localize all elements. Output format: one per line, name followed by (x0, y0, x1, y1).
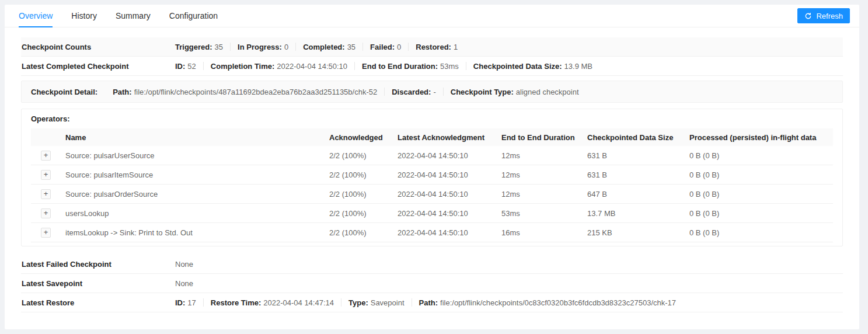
refresh-label: Refresh (816, 12, 843, 20)
column-header-inflight: Processed (persisted) in-flight data (685, 133, 833, 142)
column-header-latest-acknowledgment: Latest Acknowledgment (393, 133, 497, 142)
stat-completed: Completed:35 (303, 43, 355, 51)
cell-data-size: 215 KB (583, 228, 685, 237)
divider (443, 88, 444, 96)
cell-inflight: 0 B (0 B) (685, 171, 833, 179)
expand-row-icon[interactable]: + (41, 151, 51, 161)
table-row: + Source: pulsarItemSource 2/2 (100%) 20… (31, 165, 833, 185)
operator-name: Source: pulsarUserSource (61, 151, 325, 160)
cell-latest-ack: 2022-04-04 14:50:10 (393, 228, 497, 237)
stat-e2e-duration: End to End Duration:53ms (362, 62, 459, 71)
stat-data-size: Checkpointed Data Size:13.9 MB (473, 62, 592, 71)
restore-path: Path:file:/opt/flink/checkpoints/0c83cf0… (419, 298, 677, 307)
stat-triggered: Triggered:35 (175, 43, 223, 51)
cell-inflight: 0 B (0 B) (685, 151, 833, 160)
column-header-name: Name (61, 133, 325, 142)
divider (362, 43, 363, 51)
row-label: Latest Restore (21, 298, 175, 307)
restore-type: Type:Savepoint (348, 298, 405, 307)
tab-bar: Overview History Summary Configuration R… (5, 5, 859, 27)
cell-latest-ack: 2022-04-04 14:50:10 (393, 209, 497, 218)
row-label: Latest Failed Checkpoint (21, 260, 175, 269)
operator-name: Source: pulsarOrderSource (61, 190, 325, 199)
tab-overview[interactable]: Overview (19, 5, 53, 27)
cell-data-size: 13.7 MB (583, 209, 685, 218)
checkpoint-detail-label: Checkpoint Detail: (31, 88, 97, 96)
operator-name: Source: pulsarItemSource (61, 171, 325, 179)
divider (384, 88, 385, 96)
cell-data-size: 631 B (583, 151, 685, 160)
stat-restored: Restored:1 (416, 43, 458, 51)
cell-e2e-duration: 12ms (497, 190, 583, 199)
sync-icon (804, 12, 812, 20)
expand-row-icon[interactable]: + (41, 208, 51, 218)
expand-row-icon[interactable]: + (41, 170, 51, 180)
restore-time: Restore Time:2022-04-04 14:47:14 (211, 298, 334, 307)
tab-configuration[interactable]: Configuration (169, 5, 218, 27)
cell-data-size: 647 B (583, 190, 685, 199)
overview-content: Checkpoint Counts Triggered:35 In Progre… (5, 27, 859, 312)
cell-e2e-duration: 12ms (497, 151, 583, 160)
cell-latest-ack: 2022-04-04 14:50:10 (393, 190, 497, 199)
stat-completion-time: Completion Time:2022-04-04 14:50:10 (211, 62, 347, 71)
cell-e2e-duration: 16ms (497, 228, 583, 237)
divider (341, 298, 341, 307)
row-checkpoint-counts: Checkpoint Counts Triggered:35 In Progre… (21, 37, 843, 57)
cell-acknowledged: 2/2 (100%) (325, 171, 393, 179)
operators-table-header: Name Acknowledged Latest Acknowledgment … (31, 128, 833, 146)
cell-latest-ack: 2022-04-04 14:50:10 (393, 151, 497, 160)
operators-title: Operators: (31, 114, 833, 123)
cell-data-size: 631 B (583, 171, 685, 179)
divider (354, 62, 355, 70)
column-header-acknowledged: Acknowledged (325, 133, 393, 142)
tab-summary[interactable]: Summary (116, 5, 151, 27)
expand-row-icon[interactable]: + (41, 189, 51, 199)
detail-checkpoint-type: Checkpoint Type:aligned checkpoint (451, 88, 579, 96)
cell-acknowledged: 2/2 (100%) (325, 228, 393, 237)
row-latest-failed-checkpoint: Latest Failed Checkpoint None (21, 255, 843, 274)
table-row: + Source: pulsarUserSource 2/2 (100%) 20… (31, 146, 833, 165)
row-latest-completed-checkpoint: Latest Completed Checkpoint ID:52 Comple… (21, 57, 843, 76)
table-row: + itemsLookup -> Sink: Print to Std. Out… (31, 223, 833, 242)
checkpoint-detail-box: Checkpoint Detail: Path:file:/opt/flink/… (21, 81, 843, 103)
tab-history[interactable]: History (71, 5, 97, 27)
cell-e2e-duration: 12ms (497, 171, 583, 179)
table-row: + Source: pulsarOrderSource 2/2 (100%) 2… (31, 185, 833, 204)
cell-inflight: 0 B (0 B) (685, 190, 833, 199)
row-label: Latest Savepoint (21, 279, 175, 288)
cell-inflight: 0 B (0 B) (685, 209, 833, 218)
cell-acknowledged: 2/2 (100%) (325, 151, 393, 160)
column-header-e2e-duration: End to End Duration (497, 133, 583, 142)
divider (203, 62, 204, 70)
divider (295, 43, 296, 51)
detail-path: Path:file:/opt/flink/checkpoints/487a116… (113, 88, 377, 96)
stat-failed: Failed:0 (370, 43, 401, 51)
table-row: + usersLookup 2/2 (100%) 2022-04-04 14:5… (31, 204, 833, 223)
stat-id: ID:52 (175, 62, 196, 71)
operator-name: itemsLookup -> Sink: Print to Std. Out (61, 228, 325, 237)
cell-acknowledged: 2/2 (100%) (325, 209, 393, 218)
stat-in-progress: In Progress:0 (238, 43, 288, 51)
latest-savepoint-value: None (175, 279, 193, 288)
cell-inflight: 0 B (0 B) (685, 228, 833, 237)
operator-name: usersLookup (61, 209, 325, 218)
checkpoints-panel: Overview History Summary Configuration R… (5, 5, 859, 329)
row-label: Checkpoint Counts (21, 43, 175, 51)
latest-failed-value: None (175, 260, 193, 269)
detail-discarded: Discarded:- (392, 88, 436, 96)
row-latest-savepoint: Latest Savepoint None (21, 274, 843, 293)
cell-acknowledged: 2/2 (100%) (325, 190, 393, 199)
divider (230, 43, 231, 51)
row-label: Latest Completed Checkpoint (21, 62, 175, 71)
operators-box: Operators: Name Acknowledged Latest Ackn… (21, 109, 843, 246)
divider (466, 62, 466, 70)
refresh-button[interactable]: Refresh (797, 8, 850, 23)
expand-row-icon[interactable]: + (41, 228, 51, 238)
divider (408, 43, 409, 51)
cell-latest-ack: 2022-04-04 14:50:10 (393, 171, 497, 179)
column-header-data-size: Checkpointed Data Size (583, 133, 685, 142)
footer-rows: Latest Failed Checkpoint None Latest Sav… (21, 255, 843, 312)
row-latest-restore: Latest Restore ID:17 Restore Time:2022-0… (21, 293, 843, 312)
divider (412, 298, 412, 307)
cell-e2e-duration: 53ms (497, 209, 583, 218)
